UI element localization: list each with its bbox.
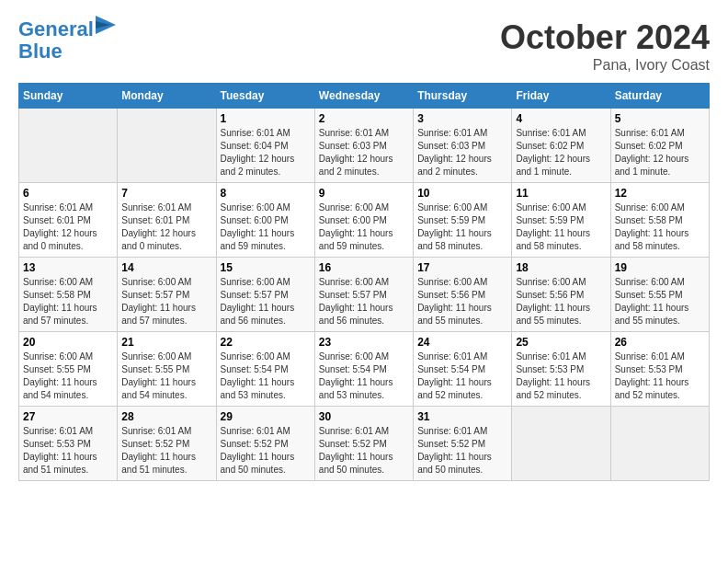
- daylight: Daylight: 11 hours and 53 minutes.: [221, 376, 311, 402]
- daylight: Daylight: 11 hours and 53 minutes.: [319, 376, 409, 402]
- day-info: Sunrise: 6:00 AM Sunset: 5:57 PM Dayligh…: [121, 276, 211, 327]
- sunset: Sunset: 6:02 PM: [615, 140, 705, 153]
- sunset: Sunset: 6:01 PM: [121, 214, 211, 227]
- sunset: Sunset: 5:55 PM: [121, 363, 211, 376]
- sunrise: Sunrise: 6:00 AM: [319, 201, 409, 214]
- day-info: Sunrise: 6:00 AM Sunset: 6:00 PM Dayligh…: [319, 201, 409, 253]
- day-info: Sunrise: 6:00 AM Sunset: 5:57 PM Dayligh…: [221, 276, 311, 327]
- sunrise: Sunrise: 6:00 AM: [221, 350, 311, 363]
- sunrise: Sunrise: 6:00 AM: [23, 350, 113, 363]
- sunset: Sunset: 5:57 PM: [121, 289, 211, 302]
- sunset: Sunset: 5:52 PM: [417, 438, 507, 451]
- day-info: Sunrise: 6:00 AM Sunset: 6:00 PM Dayligh…: [221, 201, 311, 253]
- day-number: 30: [319, 410, 409, 423]
- day-number: 14: [121, 261, 211, 274]
- day-header-saturday: Saturday: [610, 84, 709, 109]
- day-number: 17: [417, 261, 507, 274]
- sunrise: Sunrise: 6:00 AM: [121, 276, 211, 289]
- day-info: Sunrise: 6:01 AM Sunset: 6:01 PM Dayligh…: [23, 201, 113, 253]
- calendar-cell: 30 Sunrise: 6:01 AM Sunset: 5:52 PM Dayl…: [314, 407, 413, 481]
- calendar-cell: 17 Sunrise: 6:00 AM Sunset: 5:56 PM Dayl…: [414, 258, 512, 332]
- daylight: Daylight: 11 hours and 55 minutes.: [615, 302, 705, 327]
- calendar-cell: 7 Sunrise: 6:01 AM Sunset: 6:01 PM Dayli…: [118, 183, 216, 258]
- calendar-cell: 22 Sunrise: 6:00 AM Sunset: 5:54 PM Dayl…: [216, 332, 314, 407]
- day-info: Sunrise: 6:00 AM Sunset: 5:58 PM Dayligh…: [615, 201, 705, 253]
- sunrise: Sunrise: 6:01 AM: [516, 127, 606, 140]
- sunset: Sunset: 5:58 PM: [23, 289, 113, 302]
- sunrise: Sunrise: 6:01 AM: [417, 350, 507, 363]
- sunrise: Sunrise: 6:01 AM: [221, 127, 311, 140]
- calendar-cell: 2 Sunrise: 6:01 AM Sunset: 6:03 PM Dayli…: [314, 109, 413, 183]
- sunrise: Sunrise: 6:01 AM: [417, 425, 507, 438]
- sunset: Sunset: 5:55 PM: [615, 289, 705, 302]
- daylight: Daylight: 11 hours and 58 minutes.: [516, 227, 606, 253]
- day-number: 29: [221, 410, 311, 423]
- sunrise: Sunrise: 6:00 AM: [615, 276, 705, 289]
- day-info: Sunrise: 6:01 AM Sunset: 6:04 PM Dayligh…: [221, 127, 311, 178]
- daylight: Daylight: 12 hours and 0 minutes.: [23, 227, 113, 253]
- day-info: Sunrise: 6:01 AM Sunset: 5:53 PM Dayligh…: [23, 425, 113, 477]
- page-header: General Blue October 2024 Pana, Ivory Co…: [18, 18, 710, 74]
- daylight: Daylight: 11 hours and 54 minutes.: [121, 376, 211, 402]
- sunset: Sunset: 6:01 PM: [23, 214, 113, 227]
- daylight: Daylight: 11 hours and 52 minutes.: [516, 376, 606, 402]
- day-number: 24: [417, 336, 507, 349]
- day-info: Sunrise: 6:00 AM Sunset: 5:55 PM Dayligh…: [23, 350, 113, 402]
- day-number: 25: [516, 336, 606, 349]
- day-number: 9: [319, 187, 409, 200]
- day-info: Sunrise: 6:01 AM Sunset: 6:02 PM Dayligh…: [516, 127, 606, 178]
- calendar-cell: 15 Sunrise: 6:00 AM Sunset: 5:57 PM Dayl…: [216, 258, 314, 332]
- sunrise: Sunrise: 6:01 AM: [319, 425, 409, 438]
- sunset: Sunset: 5:53 PM: [23, 438, 113, 451]
- calendar-cell: 1 Sunrise: 6:01 AM Sunset: 6:04 PM Dayli…: [216, 109, 314, 183]
- day-header-thursday: Thursday: [414, 84, 512, 109]
- day-number: 27: [23, 410, 113, 423]
- sunrise: Sunrise: 6:00 AM: [516, 276, 606, 289]
- sunrise: Sunrise: 6:00 AM: [516, 201, 606, 214]
- month-title: October 2024: [500, 18, 710, 57]
- logo: General Blue: [18, 18, 116, 63]
- day-number: 28: [121, 410, 211, 423]
- daylight: Daylight: 12 hours and 2 minutes.: [417, 153, 507, 178]
- sunset: Sunset: 5:52 PM: [221, 438, 311, 451]
- calendar-cell: 25 Sunrise: 6:01 AM Sunset: 5:53 PM Dayl…: [512, 332, 610, 407]
- day-header-monday: Monday: [118, 84, 216, 109]
- daylight: Daylight: 11 hours and 52 minutes.: [417, 376, 507, 402]
- day-number: 19: [615, 261, 705, 274]
- sunset: Sunset: 5:54 PM: [319, 363, 409, 376]
- daylight: Daylight: 11 hours and 55 minutes.: [516, 302, 606, 327]
- sunset: Sunset: 5:57 PM: [221, 289, 311, 302]
- day-info: Sunrise: 6:00 AM Sunset: 5:56 PM Dayligh…: [417, 276, 507, 327]
- calendar-cell: 24 Sunrise: 6:01 AM Sunset: 5:54 PM Dayl…: [414, 332, 512, 407]
- calendar-cell: [610, 407, 709, 481]
- sunset: Sunset: 6:03 PM: [417, 140, 507, 153]
- sunrise: Sunrise: 6:01 AM: [417, 127, 507, 140]
- calendar-cell: 19 Sunrise: 6:00 AM Sunset: 5:55 PM Dayl…: [610, 258, 709, 332]
- day-number: 15: [221, 261, 311, 274]
- calendar-cell: 27 Sunrise: 6:01 AM Sunset: 5:53 PM Dayl…: [19, 407, 118, 481]
- sunrise: Sunrise: 6:00 AM: [319, 350, 409, 363]
- sunrise: Sunrise: 6:00 AM: [23, 276, 113, 289]
- week-row-3: 13 Sunrise: 6:00 AM Sunset: 5:58 PM Dayl…: [19, 258, 710, 332]
- day-info: Sunrise: 6:00 AM Sunset: 5:57 PM Dayligh…: [319, 276, 409, 327]
- day-number: 1: [221, 112, 311, 125]
- calendar-cell: 9 Sunrise: 6:00 AM Sunset: 6:00 PM Dayli…: [314, 183, 413, 258]
- calendar-cell: 6 Sunrise: 6:01 AM Sunset: 6:01 PM Dayli…: [19, 183, 118, 258]
- day-info: Sunrise: 6:00 AM Sunset: 5:55 PM Dayligh…: [615, 276, 705, 327]
- day-number: 8: [221, 187, 311, 200]
- sunrise: Sunrise: 6:00 AM: [319, 276, 409, 289]
- daylight: Daylight: 11 hours and 51 minutes.: [23, 451, 113, 477]
- sunrise: Sunrise: 6:01 AM: [516, 350, 606, 363]
- calendar-cell: 5 Sunrise: 6:01 AM Sunset: 6:02 PM Dayli…: [610, 109, 709, 183]
- sunset: Sunset: 5:58 PM: [615, 214, 705, 227]
- calendar-cell: [19, 109, 118, 183]
- sunrise: Sunrise: 6:01 AM: [121, 201, 211, 214]
- daylight: Daylight: 11 hours and 52 minutes.: [615, 376, 705, 402]
- logo-text: General: [18, 18, 94, 40]
- day-number: 22: [221, 336, 311, 349]
- calendar-cell: 13 Sunrise: 6:00 AM Sunset: 5:58 PM Dayl…: [19, 258, 118, 332]
- daylight: Daylight: 11 hours and 50 minutes.: [221, 451, 311, 477]
- day-info: Sunrise: 6:01 AM Sunset: 5:54 PM Dayligh…: [417, 350, 507, 402]
- daylight: Daylight: 11 hours and 58 minutes.: [615, 227, 705, 253]
- day-info: Sunrise: 6:01 AM Sunset: 5:53 PM Dayligh…: [516, 350, 606, 402]
